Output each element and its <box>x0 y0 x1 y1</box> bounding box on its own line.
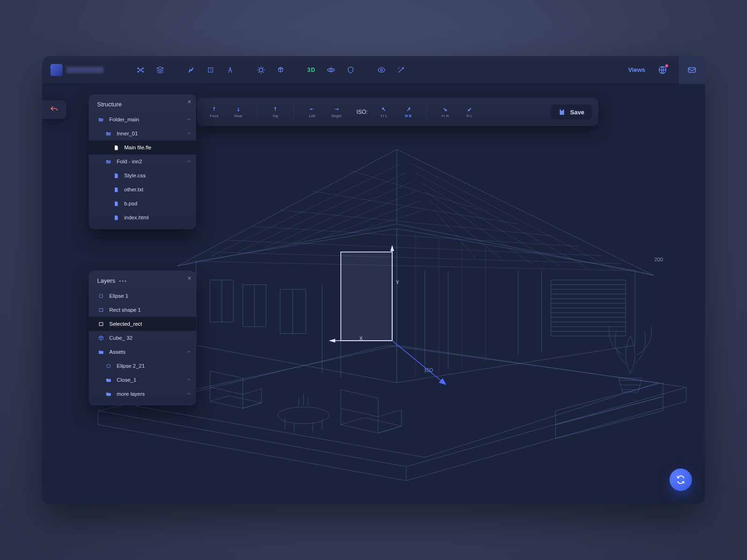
sync-fab[interactable] <box>669 469 692 491</box>
mail-button[interactable] <box>679 56 705 84</box>
row-label: b.psd <box>124 201 137 206</box>
magic-tool-icon[interactable] <box>393 62 409 78</box>
shield-tool-icon[interactable] <box>343 62 359 78</box>
view-left[interactable]: Left <box>302 106 323 118</box>
globe-icon[interactable] <box>655 62 670 78</box>
layer-row[interactable]: Selected_rect <box>89 317 196 331</box>
iso-front-right[interactable]: Fr R <box>435 106 456 118</box>
layer-row[interactable]: more layers <box>89 387 196 401</box>
pointer-tool-icon[interactable] <box>183 62 199 78</box>
svg-point-28 <box>106 364 110 368</box>
folder-open-icon <box>105 159 112 165</box>
svg-rect-12 <box>689 68 696 72</box>
ellipse-icon <box>97 293 105 299</box>
svg-marker-20 <box>390 245 394 251</box>
file-icon <box>112 187 120 193</box>
svg-rect-26 <box>99 308 103 312</box>
layer-row[interactable]: Rect shape 1 <box>89 303 196 317</box>
room-number-label: 200 <box>655 257 663 262</box>
artboard-tool-icon[interactable]: T <box>203 62 218 78</box>
close-icon[interactable]: × <box>188 274 191 282</box>
undo-button[interactable] <box>42 100 66 119</box>
tool-group-view <box>374 62 409 78</box>
row-label: index.html <box>124 215 148 220</box>
row-label: Elipse 1 <box>109 293 128 299</box>
view-toolbar: Front Rear Top Left Rright ISO: Fr L R R… <box>197 98 599 126</box>
axis-y-label: Y <box>396 280 399 285</box>
rotate-cube-icon[interactable] <box>273 62 289 78</box>
row-label: Close_1 <box>117 377 136 383</box>
orbit-tool-icon[interactable] <box>323 62 339 78</box>
svg-rect-7 <box>260 68 263 71</box>
file-icon <box>112 145 120 151</box>
folder-icon <box>105 377 112 383</box>
view-rear[interactable]: Rear <box>228 106 249 118</box>
folder-row[interactable]: Folder_main <box>89 112 196 126</box>
viewport-3d[interactable]: Y X ISO 200 Front Rear Top Left Rright I… <box>42 84 705 504</box>
file-row[interactable]: b.psd <box>89 196 196 210</box>
row-label: other.txt <box>124 187 143 192</box>
compass-tool-icon[interactable] <box>222 62 238 78</box>
save-button[interactable]: Save <box>550 105 592 119</box>
app-logo-icon <box>50 64 63 76</box>
iso-front-left[interactable]: Fr L <box>374 106 395 118</box>
chevron-up-icon <box>186 159 191 165</box>
layer-row[interactable]: Elipse 1 <box>89 289 196 303</box>
axis-x-label: X <box>359 336 363 341</box>
row-label: Folder_main <box>109 117 139 122</box>
folder-open-icon <box>97 117 105 123</box>
folder-open-icon <box>105 131 112 137</box>
notification-dot-icon <box>665 64 668 67</box>
structure-tree: Folder_mainInner_01Main file.fleFold - i… <box>89 112 196 224</box>
row-label: Rect shape 1 <box>109 307 141 313</box>
file-icon <box>112 215 120 221</box>
iso-rear-left[interactable]: R L <box>459 106 480 118</box>
row-label: more layers <box>117 391 145 397</box>
views-link[interactable]: Views <box>628 66 645 73</box>
app-title <box>66 67 104 73</box>
layer-row[interactable]: Close_1 <box>89 373 196 387</box>
file-row[interactable]: index.html <box>89 210 196 224</box>
svg-marker-22 <box>329 339 335 343</box>
app-window: T 3D Views <box>42 56 705 504</box>
more-icon[interactable]: ••• <box>119 278 127 284</box>
svg-rect-27 <box>99 322 103 326</box>
svg-marker-24 <box>439 378 446 385</box>
eye-tool-icon[interactable] <box>374 62 389 78</box>
layer-row[interactable]: Cube_ 32 <box>89 331 196 345</box>
close-icon[interactable]: × <box>188 98 191 105</box>
svg-point-3 <box>138 71 139 72</box>
svg-point-4 <box>142 71 143 72</box>
file-row[interactable]: other.txt <box>89 182 196 196</box>
layers-list: Elipse 1Rect shape 1Selected_rectCube_ 3… <box>89 289 196 401</box>
folder-row[interactable]: Inner_01 <box>89 126 196 140</box>
axis-iso-label: ISO <box>425 368 433 373</box>
stack-tool-icon[interactable] <box>152 62 168 78</box>
row-label: Assets <box>109 349 126 355</box>
tool-group-draw: T <box>183 62 238 78</box>
node-tool-icon[interactable] <box>133 62 148 78</box>
file-row[interactable]: Style.css <box>89 168 196 182</box>
svg-rect-15 <box>280 289 306 334</box>
3d-toggle[interactable]: 3D <box>303 62 319 78</box>
transform-tool-icon[interactable] <box>253 62 269 78</box>
folder-row[interactable]: Fold - inn2 <box>89 154 196 168</box>
cube-icon <box>97 335 105 341</box>
svg-point-25 <box>99 294 103 298</box>
view-right[interactable]: Rright <box>326 106 347 118</box>
rect-icon <box>97 321 105 327</box>
file-row[interactable]: Main file.fle <box>89 140 196 154</box>
row-label: Inner_01 <box>117 131 138 136</box>
rect-icon <box>97 307 105 313</box>
layer-row[interactable]: Assets <box>89 345 196 359</box>
separator <box>294 105 294 119</box>
chevron-up-icon <box>186 377 191 383</box>
layer-row[interactable]: Elipse 2_21 <box>89 359 196 373</box>
view-top[interactable]: Top <box>265 106 286 118</box>
chevron-up-icon <box>186 117 191 123</box>
separator <box>257 105 257 119</box>
file-icon <box>112 173 120 179</box>
iso-rear-right[interactable]: R R <box>398 106 419 118</box>
view-front[interactable]: Front <box>204 106 225 118</box>
svg-point-10 <box>381 69 383 71</box>
